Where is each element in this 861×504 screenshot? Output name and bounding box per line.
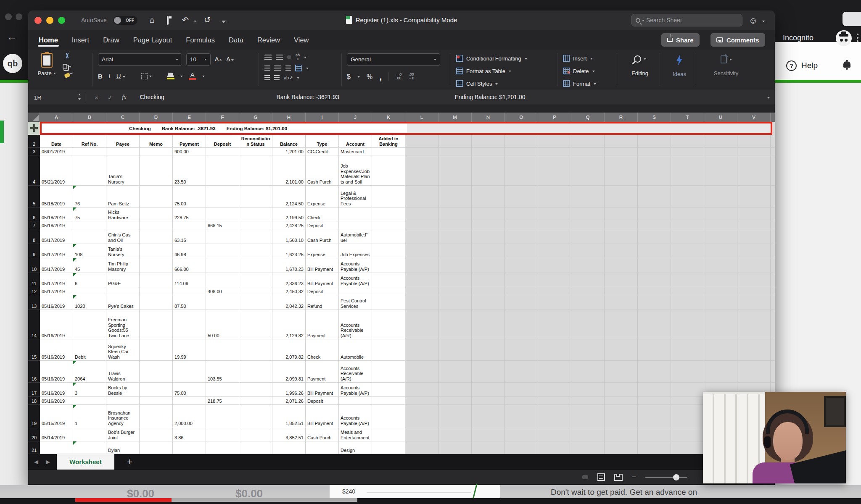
share-button[interactable]: Share bbox=[661, 33, 700, 47]
cell[interactable] bbox=[239, 295, 272, 310]
cell[interactable] bbox=[239, 221, 272, 229]
cell[interactable] bbox=[206, 441, 239, 454]
comma-style-button[interactable]: , bbox=[379, 74, 382, 79]
align-middle-icon[interactable] bbox=[276, 55, 283, 60]
cell[interactable]: 3.86 bbox=[173, 427, 206, 441]
merge-center-icon[interactable] bbox=[295, 65, 302, 71]
increase-decimal-icon[interactable]: ←0 .00 bbox=[396, 73, 401, 80]
row-header[interactable]: 17 bbox=[28, 383, 40, 397]
cell[interactable]: 2,129.82 bbox=[272, 310, 306, 339]
decrease-decimal-icon[interactable]: .00 →0 bbox=[408, 73, 414, 80]
cell[interactable]: 05/18/2019 bbox=[40, 186, 73, 207]
cell[interactable] bbox=[239, 310, 272, 339]
column-header-g[interactable]: G bbox=[239, 113, 272, 122]
cell[interactable]: 06/01/2019 bbox=[40, 148, 73, 155]
cell[interactable]: Pest Control Services bbox=[339, 295, 372, 310]
cell[interactable] bbox=[140, 295, 173, 310]
fill-color-button[interactable] bbox=[167, 73, 174, 79]
cell[interactable] bbox=[206, 427, 239, 441]
cell[interactable]: Refund bbox=[306, 295, 339, 310]
cell[interactable]: 1020 bbox=[73, 295, 106, 310]
cell[interactable] bbox=[372, 397, 405, 405]
cell[interactable] bbox=[372, 405, 405, 427]
cell[interactable] bbox=[206, 229, 239, 244]
cell[interactable] bbox=[73, 310, 106, 339]
cell[interactable] bbox=[140, 427, 173, 441]
orientation-icon[interactable]: ab↗ bbox=[284, 76, 293, 80]
cell[interactable]: Check bbox=[306, 207, 339, 221]
tab-review[interactable]: Review bbox=[256, 32, 281, 48]
cell[interactable]: 05/16/2019 bbox=[40, 295, 73, 310]
cell[interactable]: 1,201.00 bbox=[272, 148, 306, 155]
cell[interactable]: Expense bbox=[306, 186, 339, 207]
font-size-select[interactable]: 10 bbox=[186, 53, 211, 66]
cell[interactable]: 2,101.00 bbox=[272, 155, 306, 186]
search-box[interactable] bbox=[631, 14, 742, 26]
cell[interactable]: 45 bbox=[73, 258, 106, 273]
cell[interactable] bbox=[106, 148, 140, 155]
format-cells-button[interactable]: Format bbox=[563, 77, 615, 90]
editing-button[interactable]: Editing bbox=[622, 50, 658, 90]
cell[interactable]: Deposit bbox=[306, 397, 339, 405]
row-header[interactable]: 21 bbox=[28, 441, 40, 454]
cell[interactable]: Legal & Professional Fees bbox=[339, 186, 372, 207]
cell[interactable] bbox=[239, 207, 272, 221]
cell[interactable]: 114.09 bbox=[173, 273, 206, 287]
cell[interactable]: Job Expenses bbox=[339, 244, 372, 258]
cell[interactable] bbox=[140, 361, 173, 383]
cell[interactable]: Check bbox=[306, 339, 339, 361]
cell[interactable] bbox=[140, 383, 173, 397]
cell[interactable] bbox=[140, 339, 173, 361]
cell[interactable] bbox=[339, 287, 372, 295]
cell[interactable]: Cash Purch bbox=[306, 155, 339, 186]
column-header-n[interactable]: N bbox=[472, 113, 505, 122]
format-as-table-button[interactable]: Format as Table bbox=[456, 65, 557, 77]
cell[interactable] bbox=[239, 427, 272, 441]
cell[interactable] bbox=[372, 427, 405, 441]
quickbooks-logo[interactable]: qb bbox=[3, 54, 22, 73]
cell[interactable] bbox=[206, 295, 239, 310]
cell[interactable] bbox=[339, 397, 372, 405]
cell[interactable]: 2,450.32 bbox=[272, 287, 306, 295]
cell[interactable] bbox=[73, 229, 106, 244]
cell[interactable]: Squeaky Kleen Car Wash bbox=[106, 339, 140, 361]
copy-icon[interactable] bbox=[63, 64, 67, 69]
tab-view[interactable]: View bbox=[293, 32, 309, 48]
cell[interactable]: 05/18/2019 bbox=[40, 207, 73, 221]
cell[interactable] bbox=[140, 397, 173, 405]
header-cell[interactable]: Account bbox=[339, 135, 372, 148]
cell[interactable] bbox=[239, 397, 272, 405]
cell[interactable]: Books by Bessie bbox=[106, 383, 140, 397]
cell[interactable]: Cash Purch bbox=[306, 229, 339, 244]
cell[interactable] bbox=[73, 427, 106, 441]
column-header-j[interactable]: J bbox=[339, 113, 372, 122]
sheet-tab-worksheet[interactable]: Worksheet bbox=[57, 454, 114, 470]
cell[interactable] bbox=[206, 186, 239, 207]
cell[interactable] bbox=[173, 361, 206, 383]
cell[interactable]: 23.50 bbox=[173, 155, 206, 186]
search-scope-chevron-icon[interactable] bbox=[642, 20, 644, 23]
cell[interactable]: Mastercard bbox=[339, 148, 372, 155]
cell[interactable]: Chin's Gas and Oil bbox=[106, 229, 140, 244]
cell[interactable]: 2064 bbox=[73, 361, 106, 383]
cell[interactable]: Payment bbox=[306, 310, 339, 339]
cell[interactable]: Pye's Cakes bbox=[106, 295, 140, 310]
cell[interactable] bbox=[372, 244, 405, 258]
incognito-icon[interactable] bbox=[836, 30, 852, 46]
select-all-corner[interactable] bbox=[28, 113, 40, 122]
cell[interactable]: 05/16/2019 bbox=[40, 361, 73, 383]
header-cell[interactable]: Memo bbox=[140, 135, 173, 148]
cell[interactable]: CC-Credit bbox=[306, 148, 339, 155]
cell-styles-button[interactable]: Cell Styles bbox=[456, 77, 557, 90]
cell[interactable]: 2,099.81 bbox=[272, 361, 306, 383]
cell[interactable]: Pam Seitz bbox=[106, 186, 140, 207]
paste-button[interactable]: Paste bbox=[34, 53, 59, 76]
feedback-chevron-icon[interactable] bbox=[762, 21, 765, 24]
cell[interactable] bbox=[140, 221, 173, 229]
cell[interactable] bbox=[372, 155, 405, 186]
cell[interactable] bbox=[73, 155, 106, 186]
italic-button[interactable]: I bbox=[108, 73, 111, 80]
row-header[interactable]: 12 bbox=[28, 287, 40, 295]
column-header-s[interactable]: S bbox=[638, 113, 671, 122]
cell[interactable]: 05/16/2019 bbox=[40, 339, 73, 361]
